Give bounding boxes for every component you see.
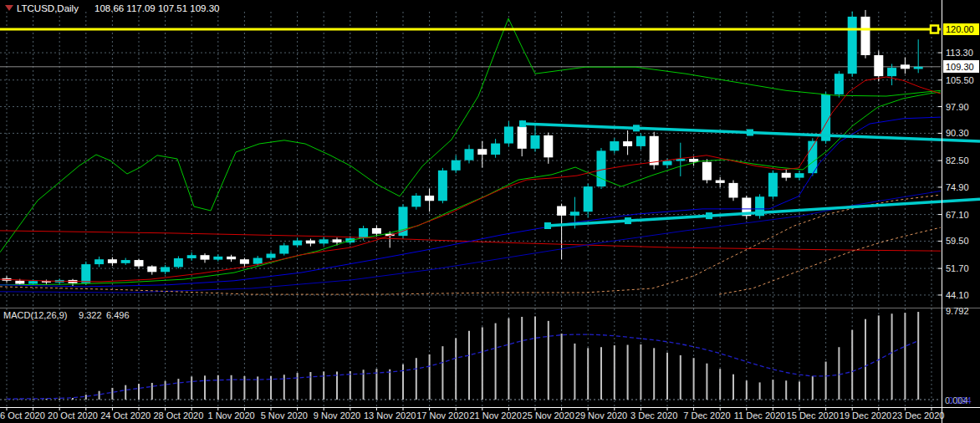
chart-area[interactable]: 113.30105.5097.9090.3082.5074.9067.1059.… (0, 0, 980, 423)
candle-body (465, 149, 474, 160)
price-tick-label: 97.90 (946, 102, 969, 112)
date-tick-label: 23 Dec 2020 (892, 410, 944, 420)
date-tick-label: 28 Oct 2020 (153, 410, 203, 420)
candle-body (425, 196, 434, 201)
macd-pane (6, 312, 919, 400)
candle-body (438, 171, 447, 201)
candle-body (306, 241, 315, 244)
candle-body (359, 228, 368, 238)
candle-body (557, 206, 566, 216)
yellow-level-price-label: 120.00 (946, 24, 974, 34)
candle-body (372, 228, 381, 234)
macd-hist-bar (151, 383, 153, 400)
trendline-lower-handle[interactable] (625, 217, 631, 224)
price-tick-label: 82.50 (946, 155, 969, 166)
candle-body (201, 255, 210, 259)
candle-body (161, 267, 170, 272)
macd-hist-bar (693, 358, 695, 400)
candle-body (901, 64, 910, 69)
chart-window: 113.30105.5097.9090.3082.5074.9067.1059.… (0, 0, 980, 423)
date-tick-label: 21 Nov 2020 (469, 410, 521, 420)
macd-main-value: 9.322 (79, 310, 102, 320)
macd-hist-bar (217, 375, 219, 400)
macd-hist-bar (309, 372, 311, 400)
candle-body (861, 17, 870, 55)
macd-hist-bar (917, 312, 919, 400)
candle-body (147, 267, 156, 273)
macd-hist-bar (72, 398, 74, 400)
price-axis[interactable]: 113.30105.5097.9090.3082.5074.9067.1059.… (938, 48, 974, 300)
macd-hist-bar (191, 376, 192, 400)
price-tick-label: 113.30 (946, 48, 973, 58)
macd-hist-bar (891, 313, 893, 400)
macd-hist-bar (706, 364, 707, 400)
macd-hist-bar (429, 354, 431, 400)
macd-hist-bar (231, 375, 232, 400)
macd-hist-bar (402, 364, 404, 400)
trendline-lower-handle[interactable] (544, 222, 551, 229)
candle-body (768, 173, 778, 196)
candle-body (399, 206, 408, 236)
macd-hist-bar (561, 334, 563, 400)
price-tick-label: 90.30 (946, 128, 969, 138)
candle-body (108, 259, 117, 263)
candle-body (253, 258, 263, 264)
macd-hist-bar (600, 347, 602, 400)
macd-hist-bar (785, 380, 787, 400)
trendline-upper-handle[interactable] (747, 130, 753, 136)
trendline-upper-handle[interactable] (519, 120, 526, 127)
candle-body (491, 144, 500, 155)
macd-hist-bar (125, 385, 126, 400)
candle-body (795, 173, 804, 177)
candle-body (267, 254, 276, 258)
macd-signal-line (7, 334, 918, 399)
line-orange-dotted-2 (719, 227, 941, 294)
candle-body (279, 245, 288, 253)
date-tick-label: 13 Nov 2020 (364, 410, 416, 420)
macd-hist-bar (574, 344, 575, 400)
candle-body (544, 135, 553, 157)
date-tick-label: 25 Nov 2020 (523, 410, 574, 420)
price-tick-label: 51.70 (946, 263, 969, 273)
date-tick-label: 9 Nov 2020 (314, 410, 360, 420)
date-axis[interactable]: 16 Oct 202020 Oct 202024 Oct 202028 Oct … (0, 408, 944, 420)
candle-body (81, 264, 90, 283)
macd-hist-bar (482, 327, 483, 400)
candle-body (293, 241, 302, 246)
candle-body (848, 17, 857, 74)
macd-hist-bar (719, 369, 721, 400)
price-tick-label: 74.90 (946, 182, 969, 192)
macd-hist-bar (99, 391, 100, 400)
candle-body (227, 257, 236, 259)
candle-body (623, 141, 632, 146)
macd-hist-bar (759, 382, 761, 400)
candle-body (689, 159, 698, 162)
macd-signal-value: 6.496 (106, 310, 130, 320)
date-tick-label: 11 Dec 2020 (734, 410, 786, 420)
macd-hist-bar (865, 319, 866, 400)
candle-body (174, 258, 183, 267)
macd-hist-bar (165, 381, 166, 400)
macd-hist-bar (838, 347, 840, 400)
candle-body (636, 136, 646, 146)
macd-hist-bar (85, 395, 87, 400)
macd-hist-bar (732, 375, 734, 400)
trendline-lower-handle[interactable] (706, 212, 712, 219)
trendline-upper-handle[interactable] (633, 125, 640, 131)
candle-body (452, 161, 461, 171)
candle-body (914, 67, 923, 69)
macd-hist-bar (534, 316, 536, 400)
price-tick-label: 59.50 (946, 236, 969, 246)
candle-body (702, 162, 712, 181)
candle-body (597, 150, 606, 186)
macd-hist-bar (111, 388, 113, 400)
date-tick-label: 19 Dec 2020 (840, 410, 891, 420)
chart-title-ohlc: 108.66 117.09 107.51 109.30 (94, 3, 219, 13)
candle-body (835, 74, 844, 94)
macd-hist-bar (825, 362, 827, 400)
candle-body (531, 135, 540, 149)
date-tick-label: 24 Oct 2020 (100, 410, 151, 420)
macd-scale-max-label: 9.792 (946, 306, 969, 316)
price-tick-label: 67.10 (946, 210, 969, 220)
horizontal-line-120-handle[interactable] (931, 26, 938, 33)
